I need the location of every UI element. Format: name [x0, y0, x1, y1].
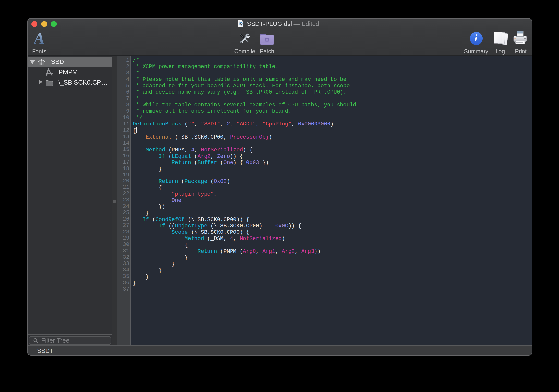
svg-text:DSL: DSL — [239, 25, 242, 27]
